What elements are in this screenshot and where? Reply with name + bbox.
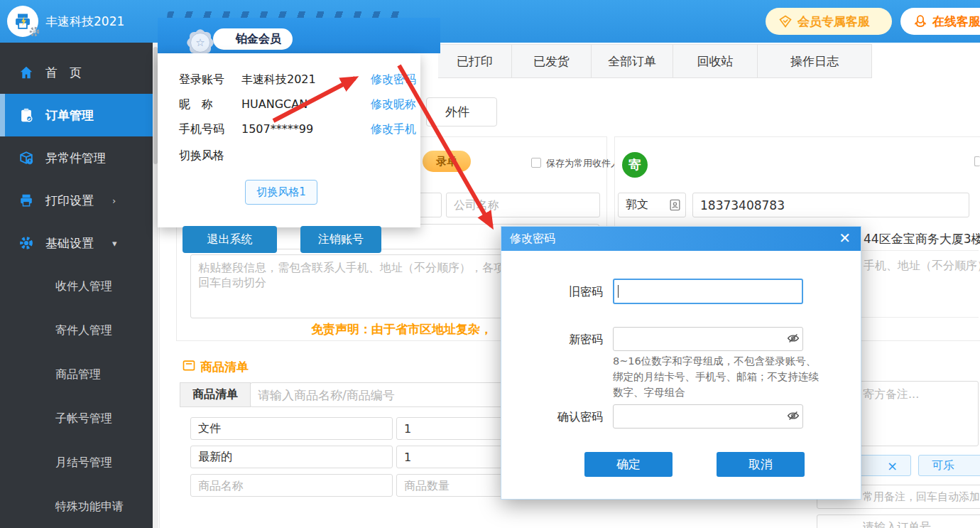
order-no-input[interactable] xyxy=(817,514,980,528)
product-search-label: 商品清单 xyxy=(180,382,251,407)
sidebar-subitem-senders[interactable]: 寄件人管理 xyxy=(0,308,153,352)
phone-row: 手机号码 1507*****99 修改手机 xyxy=(179,122,413,138)
sender-paste-hint-fragment: 手机、地址（不分顺序） xyxy=(864,259,980,274)
sidebar-menu: 首 页 订单管理 异常件管理 打印设置 › 基础设置 ▾ 收件人管理 寄件人管理 xyxy=(0,51,153,528)
save-recipient-label: 保存为常用收件人 xyxy=(546,157,620,170)
tab-all-orders[interactable]: 全部订单 xyxy=(592,44,673,78)
clipboard-icon xyxy=(18,107,34,123)
remark-tag-2[interactable]: 可乐 xyxy=(918,455,980,476)
modal-title: 修改密码 xyxy=(510,232,555,247)
change-nickname-link[interactable]: 修改昵称 xyxy=(371,97,416,112)
sidebar-item-basic-settings[interactable]: 基础设置 ▾ xyxy=(0,222,153,264)
sidebar-item-label: 基础设置 xyxy=(45,235,94,252)
confirm-button[interactable]: 确定 xyxy=(584,452,673,477)
sender-remark-placeholder: 寄方备注... xyxy=(863,387,919,401)
member-level-badge: 铂金会员 xyxy=(213,28,293,50)
chevron-down-icon: ▾ xyxy=(112,238,117,249)
sender-phone-input[interactable] xyxy=(692,193,969,217)
text-caret xyxy=(618,285,619,298)
new-password-input[interactable] xyxy=(613,327,803,351)
sidebar-item-exceptions[interactable]: 异常件管理 xyxy=(0,136,153,179)
phone-label: 手机号码 xyxy=(179,122,224,137)
gear-mini-icon xyxy=(28,26,40,41)
online-service-button[interactable]: 在线客服 xyxy=(900,8,980,35)
filter-box-label: 外件 xyxy=(445,104,469,120)
tag-close-icon[interactable]: × xyxy=(887,458,898,473)
app-window: 会员专属客服 在线客服 丰速科技2021 首 页 订单管理 xyxy=(0,0,980,528)
confirm-password-label: 确认密码 xyxy=(512,410,603,425)
confirm-password-input[interactable] xyxy=(613,404,803,429)
eye-off-icon[interactable] xyxy=(787,409,800,422)
nickname-value: HUANGCAN xyxy=(241,97,307,111)
tab-printed[interactable]: 已打印 xyxy=(438,44,512,78)
member-service-button[interactable]: 会员专属客服 xyxy=(766,8,892,35)
medal-star: ☆ xyxy=(195,36,205,49)
sidebar-logo-area: 丰速科技2021 xyxy=(0,0,153,43)
sidebar-subitem-monthly-account[interactable]: 月结号管理 xyxy=(0,441,153,485)
sidebar-item-home[interactable]: 首 页 xyxy=(0,51,153,94)
account-row: 登录账号 丰速科技2021 修改密码 xyxy=(179,72,413,88)
product-list-title: 商品清单 xyxy=(200,359,249,375)
qq-penguin-icon xyxy=(913,14,927,28)
member-service-label: 会员专属客服 xyxy=(797,14,870,30)
nickname-label: 昵 称 xyxy=(179,97,213,112)
style-row: 切换风格 xyxy=(179,149,413,164)
save-recipient-checkbox[interactable] xyxy=(531,158,541,168)
style-label: 切换风格 xyxy=(179,149,224,163)
sidebar-item-print-settings[interactable]: 打印设置 › xyxy=(0,179,153,222)
printer-icon xyxy=(18,193,34,208)
close-icon[interactable]: ✕ xyxy=(839,230,851,247)
switch-style-button[interactable]: 切换风格1 xyxy=(245,180,317,205)
product-name-input-3[interactable] xyxy=(190,474,393,497)
tab-shipped[interactable]: 已发货 xyxy=(512,44,592,78)
sidebar-subitem-subaccounts[interactable]: 子帐号管理 xyxy=(0,397,153,441)
company-name-input[interactable] xyxy=(446,193,600,217)
sender-box-underline xyxy=(861,317,979,318)
change-password-link[interactable]: 修改密码 xyxy=(371,72,416,87)
password-rule-hint: 8~16位数字和字母组成，不包含登录账号、绑定的月结卡号、手机号、邮箱；不支持连… xyxy=(613,354,819,400)
phone-value: 1507*****99 xyxy=(241,122,313,136)
sidebar-subitem-products[interactable]: 商品管理 xyxy=(0,352,153,397)
sidebar-item-label: 异常件管理 xyxy=(45,150,106,166)
deactivate-account-button[interactable]: 注销账号 xyxy=(300,226,381,253)
home-icon xyxy=(18,65,34,80)
disclaimer-text-left: 免责声明：由于省市区地址复杂， xyxy=(311,321,492,338)
app-title: 丰速科技2021 xyxy=(45,0,124,43)
eye-off-icon[interactable] xyxy=(787,332,800,345)
chevron-right-icon: › xyxy=(112,195,116,206)
member-popup-body: 登录账号 丰速科技2021 修改密码 昵 称 HUANGCAN 修改昵称 手机号… xyxy=(158,53,420,227)
tab-recycle-bin[interactable]: 回收站 xyxy=(673,44,758,78)
change-phone-link[interactable]: 修改手机 xyxy=(371,122,416,137)
sender-badge: 寄 xyxy=(622,152,648,178)
sidebar-item-label: 订单管理 xyxy=(45,107,94,124)
sidebar-subitem-recipients[interactable]: 收件人管理 xyxy=(0,264,153,308)
modal-title-bar: 修改密码 ✕ xyxy=(501,227,861,251)
paste-info-placeholder: 粘贴整段信息，需包含联系人手机、地址（不分顺序），各项 回车自动切分 xyxy=(198,261,505,289)
sender-address-fragment: 44区金宝商务大厦3楼8 xyxy=(864,231,980,247)
change-password-modal: 修改密码 ✕ 旧密码 新密码 8~16位数字和字母组成，不包含登录账号、绑定的月… xyxy=(501,226,861,500)
sidebar-item-label: 打印设置 xyxy=(45,193,94,209)
gear-icon xyxy=(18,235,34,251)
box-alert-icon xyxy=(18,150,34,166)
product-name-input-1[interactable] xyxy=(190,417,393,440)
old-password-input[interactable] xyxy=(613,279,803,304)
member-popup: ☆ 铂金会员 登录账号 丰速科技2021 修改密码 昵 称 HUANGCAN 修… xyxy=(158,18,440,227)
cancel-button[interactable]: 取消 xyxy=(717,452,805,477)
contact-book-icon[interactable] xyxy=(668,198,682,215)
old-password-label: 旧密码 xyxy=(512,285,603,300)
diamond-check-icon xyxy=(778,14,793,28)
tag-label: 可乐 xyxy=(932,458,954,473)
account-label: 登录账号 xyxy=(179,72,224,87)
sidebar-subitem-special-functions[interactable]: 特殊功能申请 xyxy=(0,485,153,528)
new-password-label: 新密码 xyxy=(512,333,603,347)
sidebar-item-label: 首 页 xyxy=(45,65,82,81)
nickname-row: 昵 称 HUANGCAN 修改昵称 xyxy=(179,97,413,113)
tab-operation-log[interactable]: 操作日志 xyxy=(758,44,872,78)
sidebar: 丰速科技2021 首 页 订单管理 异常件管理 打印设置 › 基础设 xyxy=(0,0,153,528)
sidebar-item-orders[interactable]: 订单管理 xyxy=(0,94,153,136)
product-list-icon xyxy=(182,358,196,375)
product-name-input-2[interactable] xyxy=(190,446,393,468)
logout-button[interactable]: 退出系统 xyxy=(183,226,277,253)
online-service-label: 在线客服 xyxy=(932,14,980,30)
save-sender-checkbox[interactable] xyxy=(974,156,980,166)
